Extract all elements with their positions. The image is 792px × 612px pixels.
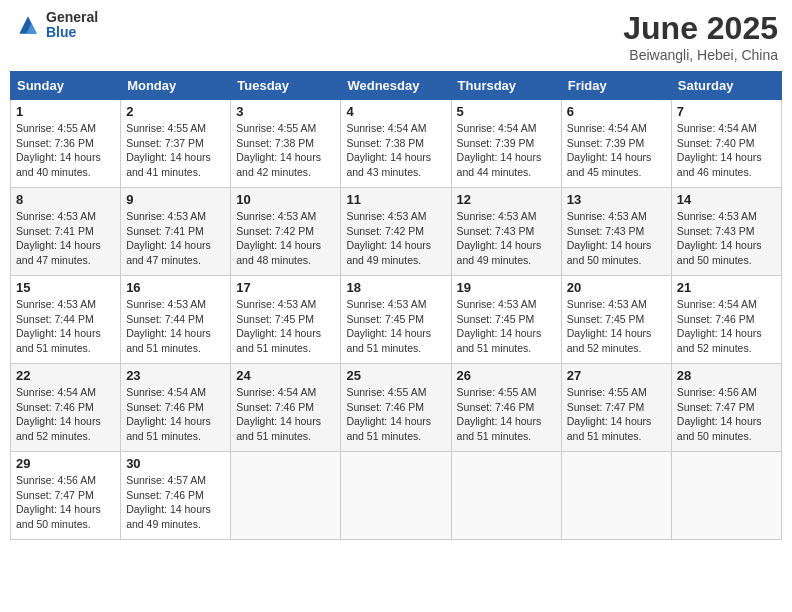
day-number: 13: [567, 192, 666, 207]
day-info: Sunrise: 4:55 AMSunset: 7:36 PMDaylight:…: [16, 122, 101, 178]
calendar-week-row: 29 Sunrise: 4:56 AMSunset: 7:47 PMDaylig…: [11, 452, 782, 540]
calendar-cell: 18 Sunrise: 4:53 AMSunset: 7:45 PMDaylig…: [341, 276, 451, 364]
calendar-header: SundayMondayTuesdayWednesdayThursdayFrid…: [11, 72, 782, 100]
calendar-cell: 21 Sunrise: 4:54 AMSunset: 7:46 PMDaylig…: [671, 276, 781, 364]
weekday-header-sunday: Sunday: [11, 72, 121, 100]
page-header: General Blue June 2025 Beiwangli, Hebei,…: [10, 10, 782, 63]
day-number: 20: [567, 280, 666, 295]
location-text: Beiwangli, Hebei, China: [623, 47, 778, 63]
month-title: June 2025: [623, 10, 778, 47]
calendar-table: SundayMondayTuesdayWednesdayThursdayFrid…: [10, 71, 782, 540]
day-number: 14: [677, 192, 776, 207]
calendar-cell: 11 Sunrise: 4:53 AMSunset: 7:42 PMDaylig…: [341, 188, 451, 276]
day-number: 28: [677, 368, 776, 383]
weekday-header-wednesday: Wednesday: [341, 72, 451, 100]
day-info: Sunrise: 4:55 AMSunset: 7:38 PMDaylight:…: [236, 122, 321, 178]
day-info: Sunrise: 4:53 AMSunset: 7:42 PMDaylight:…: [236, 210, 321, 266]
day-info: Sunrise: 4:55 AMSunset: 7:46 PMDaylight:…: [346, 386, 431, 442]
calendar-week-row: 15 Sunrise: 4:53 AMSunset: 7:44 PMDaylig…: [11, 276, 782, 364]
day-number: 8: [16, 192, 115, 207]
day-number: 30: [126, 456, 225, 471]
day-number: 16: [126, 280, 225, 295]
day-number: 22: [16, 368, 115, 383]
day-info: Sunrise: 4:53 AMSunset: 7:45 PMDaylight:…: [346, 298, 431, 354]
day-info: Sunrise: 4:54 AMSunset: 7:46 PMDaylight:…: [16, 386, 101, 442]
day-info: Sunrise: 4:54 AMSunset: 7:46 PMDaylight:…: [126, 386, 211, 442]
day-number: 27: [567, 368, 666, 383]
calendar-cell: 25 Sunrise: 4:55 AMSunset: 7:46 PMDaylig…: [341, 364, 451, 452]
calendar-cell: 12 Sunrise: 4:53 AMSunset: 7:43 PMDaylig…: [451, 188, 561, 276]
day-info: Sunrise: 4:53 AMSunset: 7:43 PMDaylight:…: [677, 210, 762, 266]
day-number: 26: [457, 368, 556, 383]
calendar-body: 1 Sunrise: 4:55 AMSunset: 7:36 PMDayligh…: [11, 100, 782, 540]
day-info: Sunrise: 4:53 AMSunset: 7:43 PMDaylight:…: [567, 210, 652, 266]
calendar-cell: 29 Sunrise: 4:56 AMSunset: 7:47 PMDaylig…: [11, 452, 121, 540]
day-number: 11: [346, 192, 445, 207]
calendar-cell: 16 Sunrise: 4:53 AMSunset: 7:44 PMDaylig…: [121, 276, 231, 364]
day-number: 18: [346, 280, 445, 295]
logo-general-text: General: [46, 10, 98, 25]
day-number: 23: [126, 368, 225, 383]
calendar-cell: 27 Sunrise: 4:55 AMSunset: 7:47 PMDaylig…: [561, 364, 671, 452]
calendar-cell: 28 Sunrise: 4:56 AMSunset: 7:47 PMDaylig…: [671, 364, 781, 452]
calendar-cell: 14 Sunrise: 4:53 AMSunset: 7:43 PMDaylig…: [671, 188, 781, 276]
calendar-cell: [451, 452, 561, 540]
calendar-cell: 19 Sunrise: 4:53 AMSunset: 7:45 PMDaylig…: [451, 276, 561, 364]
calendar-cell: 10 Sunrise: 4:53 AMSunset: 7:42 PMDaylig…: [231, 188, 341, 276]
calendar-cell: 1 Sunrise: 4:55 AMSunset: 7:36 PMDayligh…: [11, 100, 121, 188]
calendar-cell: 6 Sunrise: 4:54 AMSunset: 7:39 PMDayligh…: [561, 100, 671, 188]
calendar-cell: 30 Sunrise: 4:57 AMSunset: 7:46 PMDaylig…: [121, 452, 231, 540]
calendar-cell: 13 Sunrise: 4:53 AMSunset: 7:43 PMDaylig…: [561, 188, 671, 276]
day-number: 15: [16, 280, 115, 295]
day-number: 3: [236, 104, 335, 119]
day-number: 4: [346, 104, 445, 119]
day-info: Sunrise: 4:53 AMSunset: 7:45 PMDaylight:…: [457, 298, 542, 354]
day-info: Sunrise: 4:54 AMSunset: 7:39 PMDaylight:…: [457, 122, 542, 178]
calendar-cell: 4 Sunrise: 4:54 AMSunset: 7:38 PMDayligh…: [341, 100, 451, 188]
day-info: Sunrise: 4:53 AMSunset: 7:44 PMDaylight:…: [126, 298, 211, 354]
day-number: 21: [677, 280, 776, 295]
weekday-header-saturday: Saturday: [671, 72, 781, 100]
day-number: 5: [457, 104, 556, 119]
calendar-cell: 9 Sunrise: 4:53 AMSunset: 7:41 PMDayligh…: [121, 188, 231, 276]
day-info: Sunrise: 4:56 AMSunset: 7:47 PMDaylight:…: [16, 474, 101, 530]
weekday-header-tuesday: Tuesday: [231, 72, 341, 100]
day-number: 7: [677, 104, 776, 119]
weekday-header-thursday: Thursday: [451, 72, 561, 100]
day-info: Sunrise: 4:53 AMSunset: 7:45 PMDaylight:…: [567, 298, 652, 354]
calendar-cell: 20 Sunrise: 4:53 AMSunset: 7:45 PMDaylig…: [561, 276, 671, 364]
day-info: Sunrise: 4:54 AMSunset: 7:39 PMDaylight:…: [567, 122, 652, 178]
day-number: 25: [346, 368, 445, 383]
day-info: Sunrise: 4:53 AMSunset: 7:45 PMDaylight:…: [236, 298, 321, 354]
day-info: Sunrise: 4:53 AMSunset: 7:44 PMDaylight:…: [16, 298, 101, 354]
day-info: Sunrise: 4:53 AMSunset: 7:41 PMDaylight:…: [16, 210, 101, 266]
day-info: Sunrise: 4:53 AMSunset: 7:41 PMDaylight:…: [126, 210, 211, 266]
logo: General Blue: [14, 10, 98, 41]
day-info: Sunrise: 4:54 AMSunset: 7:40 PMDaylight:…: [677, 122, 762, 178]
calendar-cell: 24 Sunrise: 4:54 AMSunset: 7:46 PMDaylig…: [231, 364, 341, 452]
day-number: 2: [126, 104, 225, 119]
calendar-cell: 2 Sunrise: 4:55 AMSunset: 7:37 PMDayligh…: [121, 100, 231, 188]
calendar-cell: 17 Sunrise: 4:53 AMSunset: 7:45 PMDaylig…: [231, 276, 341, 364]
calendar-cell: [561, 452, 671, 540]
calendar-cell: 23 Sunrise: 4:54 AMSunset: 7:46 PMDaylig…: [121, 364, 231, 452]
calendar-week-row: 1 Sunrise: 4:55 AMSunset: 7:36 PMDayligh…: [11, 100, 782, 188]
day-info: Sunrise: 4:56 AMSunset: 7:47 PMDaylight:…: [677, 386, 762, 442]
day-info: Sunrise: 4:57 AMSunset: 7:46 PMDaylight:…: [126, 474, 211, 530]
day-number: 19: [457, 280, 556, 295]
calendar-cell: 22 Sunrise: 4:54 AMSunset: 7:46 PMDaylig…: [11, 364, 121, 452]
day-info: Sunrise: 4:53 AMSunset: 7:43 PMDaylight:…: [457, 210, 542, 266]
day-info: Sunrise: 4:54 AMSunset: 7:46 PMDaylight:…: [677, 298, 762, 354]
weekday-header-row: SundayMondayTuesdayWednesdayThursdayFrid…: [11, 72, 782, 100]
day-info: Sunrise: 4:54 AMSunset: 7:46 PMDaylight:…: [236, 386, 321, 442]
calendar-cell: 3 Sunrise: 4:55 AMSunset: 7:38 PMDayligh…: [231, 100, 341, 188]
day-number: 29: [16, 456, 115, 471]
day-number: 9: [126, 192, 225, 207]
day-number: 1: [16, 104, 115, 119]
calendar-cell: [231, 452, 341, 540]
day-info: Sunrise: 4:53 AMSunset: 7:42 PMDaylight:…: [346, 210, 431, 266]
weekday-header-friday: Friday: [561, 72, 671, 100]
day-number: 12: [457, 192, 556, 207]
calendar-cell: 26 Sunrise: 4:55 AMSunset: 7:46 PMDaylig…: [451, 364, 561, 452]
calendar-cell: 5 Sunrise: 4:54 AMSunset: 7:39 PMDayligh…: [451, 100, 561, 188]
